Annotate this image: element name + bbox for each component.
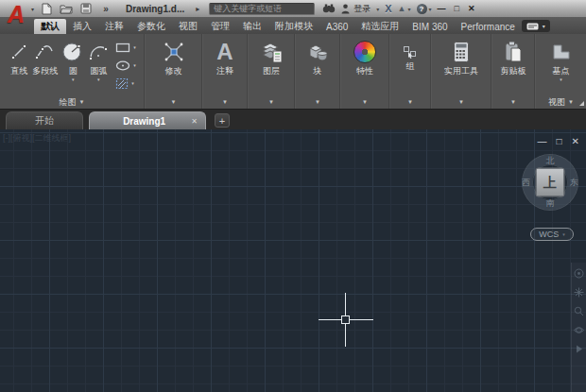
- paste-button[interactable]: 剪贴板: [499, 37, 528, 77]
- save-button[interactable]: [79, 3, 93, 15]
- draw-panel-title-button[interactable]: 绘图 ▼: [0, 95, 144, 109]
- tab-bim360[interactable]: BIM 360: [405, 19, 454, 34]
- viewcube[interactable]: 北 东 南 西 上: [523, 155, 577, 210]
- more-chevrons-icon: »: [103, 4, 109, 14]
- tab-parametric[interactable]: 参数化: [130, 19, 172, 34]
- wcs-dropdown[interactable]: WCS ▾: [530, 228, 574, 241]
- viewcube-north[interactable]: 北: [546, 155, 555, 167]
- drawing-close-button[interactable]: ✕: [572, 137, 579, 146]
- viewcube-east[interactable]: 东: [570, 177, 578, 189]
- drawing-canvas[interactable]: [-][俯视][二维线框] — □ ✕ 北 东 南 西 上 WCS ▾: [0, 129, 586, 392]
- tab-insert[interactable]: 插入: [66, 19, 98, 34]
- autodesk-app-button[interactable]: ▲ ▾: [398, 4, 411, 13]
- base-point-dropdown-icon[interactable]: ▾: [560, 77, 562, 83]
- title-expand-icon[interactable]: ▸: [196, 5, 199, 13]
- text-button[interactable]: A 注释: [215, 37, 235, 77]
- group-panel-expand-button[interactable]: ▼: [390, 95, 430, 109]
- polyline-button[interactable]: 多段线: [30, 37, 60, 77]
- arc-button[interactable]: 圆弧 ▾: [86, 37, 111, 84]
- properties-button[interactable]: 特性: [352, 37, 378, 77]
- polyline-icon: [34, 43, 57, 61]
- clipboard-panel-expand-button[interactable]: ▼: [492, 95, 534, 109]
- orbit-icon[interactable]: [574, 325, 584, 335]
- tab-annotate[interactable]: 注释: [98, 19, 130, 34]
- search-input[interactable]: [209, 3, 315, 15]
- move-button[interactable]: 修改: [161, 37, 187, 77]
- tab-addins[interactable]: 附加模块: [268, 19, 319, 34]
- panel-layers: 图层 ▼: [249, 34, 294, 109]
- app-menu-button[interactable]: A: [2, 0, 30, 28]
- modify-panel-expand-button[interactable]: ▼: [146, 95, 201, 109]
- insert-block-button[interactable]: 块: [303, 37, 332, 77]
- ellipse-button[interactable]: ▾: [115, 58, 136, 73]
- zoom-extents-icon[interactable]: [574, 306, 584, 316]
- user-icon: [341, 4, 350, 14]
- new-drawing-tab-button[interactable]: +: [215, 113, 230, 128]
- pan-icon[interactable]: [574, 287, 584, 298]
- viewcube-west[interactable]: 西: [522, 177, 530, 189]
- panel-launcher-icon[interactable]: [579, 101, 584, 106]
- hatch-dropdown-icon[interactable]: ▾: [131, 80, 134, 86]
- search-binoculars-button[interactable]: [322, 4, 336, 13]
- navigation-wheel-icon[interactable]: [574, 268, 584, 279]
- file-tab-drawing1[interactable]: Drawing1 ✕: [89, 111, 206, 129]
- rectangle-dropdown-icon[interactable]: ▾: [133, 44, 136, 50]
- layers-panel-expand-button[interactable]: ▼: [249, 95, 294, 109]
- base-point-label: 基点: [553, 66, 570, 77]
- viewcube-top-face[interactable]: 上: [536, 168, 565, 197]
- layer-properties-button[interactable]: 图层: [257, 37, 285, 77]
- circle-dropdown-icon[interactable]: ▾: [72, 77, 75, 83]
- annotate-panel-expand-button[interactable]: ▼: [203, 95, 247, 109]
- close-button[interactable]: ✕: [468, 4, 475, 13]
- app-menu-caret-icon[interactable]: ▾: [31, 6, 34, 12]
- layers-panel-caret-icon: ▼: [268, 99, 274, 105]
- utilities-panel-expand-button[interactable]: ▼: [432, 95, 491, 109]
- navigation-bar[interactable]: [571, 263, 586, 392]
- base-point-button[interactable]: 基点 ▾: [548, 37, 575, 84]
- drawing-restore-button[interactable]: □: [557, 137, 562, 146]
- tab-a360[interactable]: A360: [319, 19, 354, 34]
- tab-performance[interactable]: Performance: [455, 19, 522, 34]
- drawing-window-controls: — □ ✕: [538, 137, 579, 146]
- circle-button[interactable]: 圆 ▾: [60, 37, 86, 84]
- ellipse-icon: [115, 60, 130, 71]
- binoculars-icon: [322, 4, 336, 13]
- tab-manage[interactable]: 管理: [204, 19, 236, 34]
- properties-panel-expand-button[interactable]: ▼: [341, 95, 388, 109]
- tab-view[interactable]: 视图: [172, 19, 204, 34]
- file-tab-start[interactable]: 开始: [6, 111, 83, 129]
- modify-panel-caret-icon: ▼: [171, 99, 177, 105]
- a360-sync-button[interactable]: X: [385, 3, 391, 14]
- block-panel-expand-button[interactable]: ▼: [296, 95, 339, 109]
- arc-dropdown-icon[interactable]: ▾: [97, 77, 100, 83]
- minimize-button[interactable]: —: [438, 4, 446, 13]
- hatch-button[interactable]: ▾: [115, 76, 136, 91]
- tab-featured-apps[interactable]: 精选应用: [354, 19, 405, 34]
- group-button[interactable]: 组: [401, 37, 420, 73]
- calculator-button[interactable]: 实用工具: [442, 37, 480, 77]
- open-file-button[interactable]: [60, 3, 73, 15]
- line-icon: [9, 43, 28, 61]
- ribbon-display-toggle-button[interactable]: ▾: [522, 20, 550, 32]
- viewcube-south[interactable]: 南: [546, 197, 555, 210]
- file-tab-close-icon[interactable]: ✕: [191, 117, 198, 126]
- quick-access-toolbar: »: [40, 3, 112, 15]
- tab-home[interactable]: 默认: [34, 19, 66, 34]
- viewport-controls-label[interactable]: [-][俯视][二维线框]: [3, 132, 71, 145]
- ribbon: 直线 多段线 圆 ▾: [0, 34, 586, 109]
- signin-caret-icon[interactable]: ▾: [376, 6, 379, 12]
- tab-output[interactable]: 输出: [236, 19, 268, 34]
- help-button[interactable]: ? ▾: [417, 4, 432, 14]
- showmotion-icon[interactable]: [574, 344, 584, 354]
- line-button[interactable]: 直线: [8, 37, 30, 77]
- new-file-button[interactable]: [40, 3, 53, 15]
- signin-button[interactable]: 登录: [341, 3, 371, 15]
- ribbon-toggle-caret-icon: ▾: [543, 23, 545, 29]
- panel-block: 块 ▼: [296, 34, 339, 109]
- rectangle-button[interactable]: ▾: [115, 40, 136, 55]
- draw-small-column: ▾ ▾ ▾: [115, 37, 136, 91]
- qat-more-button[interactable]: »: [99, 3, 112, 15]
- restore-button[interactable]: □: [455, 4, 459, 13]
- drawing-minimize-button[interactable]: —: [538, 137, 547, 146]
- ellipse-dropdown-icon[interactable]: ▾: [133, 62, 136, 68]
